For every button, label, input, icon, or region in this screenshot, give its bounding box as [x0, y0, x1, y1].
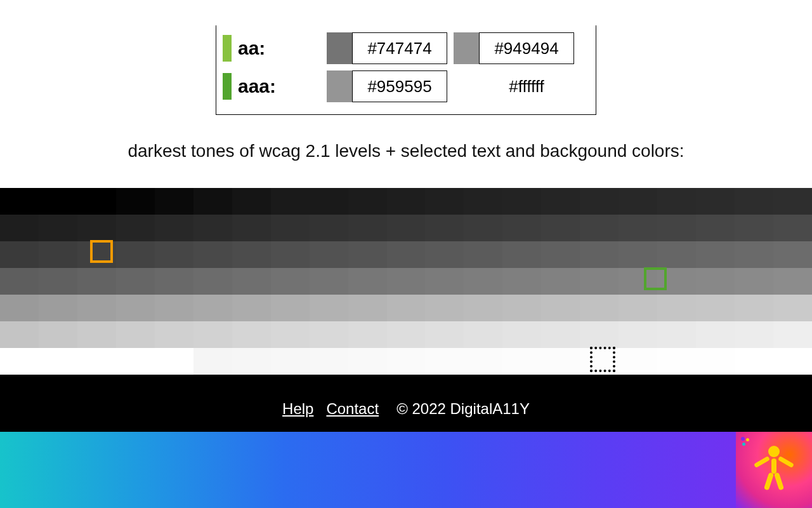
- accessibility-badge[interactable]: [736, 432, 812, 508]
- tone-cell[interactable]: [464, 295, 502, 321]
- tone-cell[interactable]: [619, 321, 657, 348]
- tone-cell[interactable]: [310, 188, 348, 215]
- tone-cell[interactable]: [580, 321, 619, 348]
- tone-cell[interactable]: [696, 268, 735, 295]
- tone-cell[interactable]: [77, 348, 116, 375]
- tone-cell[interactable]: [232, 321, 271, 348]
- tone-cell[interactable]: [696, 241, 735, 268]
- tone-cell[interactable]: [348, 268, 387, 295]
- tone-cell[interactable]: [696, 348, 735, 375]
- tone-cell[interactable]: [773, 241, 812, 268]
- tone-cell[interactable]: [310, 321, 348, 348]
- tone-cell[interactable]: [464, 241, 502, 268]
- selection-marker-green[interactable]: [644, 267, 667, 290]
- tone-cell[interactable]: [310, 348, 348, 375]
- tone-cell[interactable]: [116, 188, 155, 215]
- tone-cell[interactable]: [387, 215, 426, 241]
- tone-cell[interactable]: [464, 268, 502, 295]
- tone-cell[interactable]: [502, 215, 541, 241]
- tone-cell[interactable]: [271, 295, 310, 321]
- tone-cell[interactable]: [77, 188, 116, 215]
- tone-cell[interactable]: [387, 241, 426, 268]
- selection-marker-orange[interactable]: [90, 240, 113, 263]
- tone-cell[interactable]: [425, 188, 464, 215]
- tone-cell[interactable]: [0, 295, 39, 321]
- tone-cell[interactable]: [116, 215, 155, 241]
- tone-cell[interactable]: [773, 295, 812, 321]
- tone-cell[interactable]: [39, 348, 77, 375]
- tone-cell[interactable]: [39, 241, 77, 268]
- tone-cell[interactable]: [735, 268, 773, 295]
- selection-marker-dotted[interactable]: [590, 347, 615, 372]
- tone-cell[interactable]: [0, 348, 39, 375]
- tone-cell[interactable]: [619, 348, 657, 375]
- tone-cell[interactable]: [348, 215, 387, 241]
- tone-cell[interactable]: [271, 241, 310, 268]
- tone-cell[interactable]: [657, 321, 696, 348]
- tone-cell[interactable]: [155, 241, 193, 268]
- tone-cell[interactable]: [580, 295, 619, 321]
- tone-cell[interactable]: [464, 348, 502, 375]
- tone-cell[interactable]: [502, 321, 541, 348]
- tone-cell[interactable]: [425, 268, 464, 295]
- tone-cell[interactable]: [193, 348, 232, 375]
- tone-cell[interactable]: [502, 295, 541, 321]
- tone-cell[interactable]: [193, 241, 232, 268]
- tone-cell[interactable]: [310, 295, 348, 321]
- tone-cell[interactable]: [387, 321, 426, 348]
- tone-cell[interactable]: [541, 268, 580, 295]
- tone-cell[interactable]: [696, 321, 735, 348]
- tone-cell[interactable]: [425, 215, 464, 241]
- footer-contact-link[interactable]: Contact: [326, 400, 379, 418]
- tone-cell[interactable]: [77, 215, 116, 241]
- tone-cell[interactable]: [193, 215, 232, 241]
- tone-cell[interactable]: [271, 188, 310, 215]
- tone-cell[interactable]: [193, 268, 232, 295]
- tone-cell[interactable]: [232, 268, 271, 295]
- tone-cell[interactable]: [773, 215, 812, 241]
- tone-cell[interactable]: [39, 295, 77, 321]
- tone-cell[interactable]: [619, 241, 657, 268]
- tone-cell[interactable]: [193, 321, 232, 348]
- tone-cell[interactable]: [580, 241, 619, 268]
- tone-cell[interactable]: [155, 295, 193, 321]
- tone-cell[interactable]: [541, 241, 580, 268]
- tone-cell[interactable]: [425, 241, 464, 268]
- tone-cell[interactable]: [193, 188, 232, 215]
- tone-cell[interactable]: [657, 188, 696, 215]
- tone-cell[interactable]: [387, 268, 426, 295]
- tone-cell[interactable]: [348, 295, 387, 321]
- tone-cell[interactable]: [271, 215, 310, 241]
- tone-cell[interactable]: [735, 215, 773, 241]
- tone-cell[interactable]: [116, 241, 155, 268]
- tone-cell[interactable]: [387, 295, 426, 321]
- tone-cell[interactable]: [193, 295, 232, 321]
- tone-cell[interactable]: [232, 188, 271, 215]
- tone-cell[interactable]: [116, 295, 155, 321]
- footer-help-link[interactable]: Help: [282, 400, 313, 418]
- tone-cell[interactable]: [232, 215, 271, 241]
- tone-cell[interactable]: [502, 188, 541, 215]
- tone-cell[interactable]: [657, 241, 696, 268]
- tone-cell[interactable]: [232, 241, 271, 268]
- tone-cell[interactable]: [348, 321, 387, 348]
- tone-cell[interactable]: [541, 215, 580, 241]
- tone-cell[interactable]: [155, 321, 193, 348]
- tone-cell[interactable]: [502, 268, 541, 295]
- tone-cell[interactable]: [541, 348, 580, 375]
- tone-cell[interactable]: [155, 215, 193, 241]
- tone-cell[interactable]: [39, 268, 77, 295]
- tone-cell[interactable]: [77, 295, 116, 321]
- tone-cell[interactable]: [310, 215, 348, 241]
- tone-cell[interactable]: [0, 215, 39, 241]
- tone-cell[interactable]: [155, 348, 193, 375]
- tone-cell[interactable]: [425, 348, 464, 375]
- tone-cell[interactable]: [310, 268, 348, 295]
- tone-cell[interactable]: [619, 215, 657, 241]
- tone-cell[interactable]: [735, 321, 773, 348]
- tone-cell[interactable]: [271, 268, 310, 295]
- tone-cell[interactable]: [696, 215, 735, 241]
- tone-cell[interactable]: [657, 348, 696, 375]
- tone-cell[interactable]: [348, 188, 387, 215]
- tone-cell[interactable]: [696, 295, 735, 321]
